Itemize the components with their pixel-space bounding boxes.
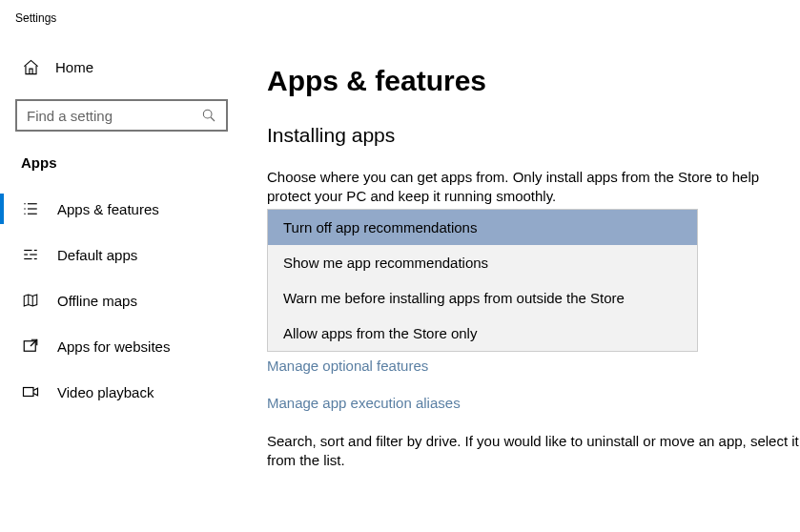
video-icon bbox=[21, 382, 40, 401]
sidebar-item-apps-websites[interactable]: Apps for websites bbox=[0, 323, 243, 369]
map-icon bbox=[21, 291, 40, 310]
sidebar-item-default-apps[interactable]: Default apps bbox=[0, 232, 243, 277]
search-container bbox=[0, 99, 243, 132]
install-source-dropdown[interactable]: Turn off app recommendations Show me app… bbox=[267, 209, 698, 352]
page-title: Apps & features bbox=[267, 65, 800, 97]
sidebar-item-label: Apps for websites bbox=[57, 338, 170, 355]
sidebar-nav: Apps & features Default apps Offline m bbox=[0, 186, 243, 415]
svg-line-1 bbox=[211, 117, 215, 121]
subsection-title: Installing apps bbox=[267, 124, 800, 147]
home-button[interactable]: Home bbox=[0, 48, 243, 86]
search-box[interactable] bbox=[15, 99, 228, 132]
open-icon bbox=[21, 337, 40, 356]
dropdown-option[interactable]: Warn me before installing apps from outs… bbox=[268, 280, 697, 316]
sidebar-item-label: Video playback bbox=[57, 384, 154, 400]
dropdown-option[interactable]: Turn off app recommendations bbox=[268, 210, 697, 245]
sidebar-section-title: Apps bbox=[0, 132, 243, 186]
dropdown-option[interactable]: Allow apps from the Store only bbox=[268, 316, 697, 351]
search-input[interactable] bbox=[27, 108, 179, 124]
home-icon bbox=[21, 57, 40, 76]
window-title: Settings bbox=[0, 11, 243, 25]
sidebar-item-offline-maps[interactable]: Offline maps bbox=[0, 277, 243, 323]
sidebar-item-apps-features[interactable]: Apps & features bbox=[0, 186, 243, 232]
svg-point-0 bbox=[203, 110, 212, 118]
sidebar-item-video-playback[interactable]: Video playback bbox=[0, 369, 243, 415]
sidebar-item-label: Offline maps bbox=[57, 293, 137, 309]
sidebar: Settings Home Apps bbox=[0, 0, 243, 532]
sidebar-item-label: Default apps bbox=[57, 247, 137, 263]
sidebar-item-label: Apps & features bbox=[57, 201, 159, 217]
manage-execution-aliases-link[interactable]: Manage app execution aliases bbox=[267, 395, 800, 411]
manage-optional-features-link[interactable]: Manage optional features bbox=[267, 358, 800, 374]
search-icon bbox=[201, 108, 216, 123]
home-label: Home bbox=[55, 59, 93, 75]
list-icon bbox=[21, 199, 40, 218]
apps-list-description: Search, sort and filter by drive. If you… bbox=[267, 432, 800, 471]
dropdown-option[interactable]: Show me app recommendations bbox=[268, 245, 697, 280]
defaults-icon bbox=[21, 245, 40, 264]
svg-rect-18 bbox=[24, 388, 34, 397]
install-description: Choose where you can get apps from. Only… bbox=[267, 168, 800, 207]
main-content: Apps & features Installing apps Choose w… bbox=[267, 0, 800, 470]
